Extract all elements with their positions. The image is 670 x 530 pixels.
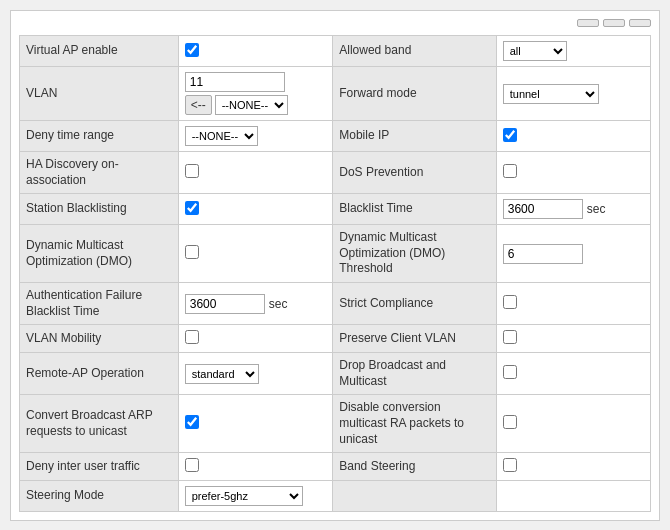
right-label-10: Band Steering [333,453,496,481]
header-buttons [577,19,651,27]
left-label-0: Virtual AP enable [20,36,179,67]
show-reference-button[interactable] [577,19,599,27]
left-value-1: <----NONE-- [178,67,333,121]
left-value-4 [178,194,333,225]
table-row: Steering Modeprefer-5ghzforce-5ghzprefer… [20,481,651,512]
right-checkbox-2[interactable] [503,128,517,142]
left-value-10 [178,453,333,481]
left-select-2[interactable]: --NONE-- [185,126,258,146]
table-row: Virtual AP enableAllowed bandall2.4GHz5G… [20,36,651,67]
left-label-1: VLAN [20,67,179,121]
reset-button[interactable] [629,19,651,27]
left-checkbox-4[interactable] [185,201,199,215]
table-row: VLAN<----NONE--Forward modetunnelbridges… [20,67,651,121]
right-value-3 [496,152,650,194]
left-label-10: Deny inter user traffic [20,453,179,481]
right-sec-label-4: sec [587,202,606,216]
table-row: HA Discovery on-associationDoS Preventio… [20,152,651,194]
form-table: Virtual AP enableAllowed bandall2.4GHz5G… [19,35,651,512]
left-value-5 [178,225,333,283]
left-label-6: Authentication Failure Blacklist Time [20,282,179,324]
right-value-1: tunnelbridgesplit-tunneldecrypt-tunnel [496,67,650,121]
left-value-8: standardalwaysbackuppersistent [178,353,333,395]
left-checkbox-5[interactable] [185,245,199,259]
left-label-9: Convert Broadcast ARP requests to unicas… [20,395,179,453]
left-sec-label-6: sec [269,297,288,311]
vlan-input[interactable] [185,72,285,92]
right-select-1[interactable]: tunnelbridgesplit-tunneldecrypt-tunnel [503,84,599,104]
right-label-9: Disable conversion multicast RA packets … [333,395,496,453]
right-checkbox-9[interactable] [503,415,517,429]
left-checkbox-3[interactable] [185,164,199,178]
table-row: VLAN MobilityPreserve Client VLAN [20,325,651,353]
right-label-3: DoS Prevention [333,152,496,194]
left-checkbox-7[interactable] [185,330,199,344]
right-value-10 [496,453,650,481]
left-label-8: Remote-AP Operation [20,353,179,395]
left-label-2: Deny time range [20,121,179,152]
right-checkbox-8[interactable] [503,365,517,379]
right-label-1: Forward mode [333,67,496,121]
right-checkbox-7[interactable] [503,330,517,344]
left-label-5: Dynamic Multicast Optimization (DMO) [20,225,179,283]
left-value-9 [178,395,333,453]
left-checkbox-9[interactable] [185,415,199,429]
left-label-7: VLAN Mobility [20,325,179,353]
right-label-0: Allowed band [333,36,496,67]
right-label-6: Strict Compliance [333,282,496,324]
right-value-0: all2.4GHz5GHz [496,36,650,67]
right-value-5 [496,225,650,283]
right-value-8 [496,353,650,395]
right-label-2: Mobile IP [333,121,496,152]
right-value-4: sec [496,194,650,225]
left-value-3 [178,152,333,194]
left-select-8[interactable]: standardalwaysbackuppersistent [185,364,259,384]
table-row: Station BlacklistingBlacklist Timesec [20,194,651,225]
left-checkbox-0[interactable] [185,43,199,57]
vlan-select[interactable]: --NONE-- [215,95,288,115]
table-row: Deny inter user trafficBand Steering [20,453,651,481]
left-select-11[interactable]: prefer-5ghzforce-5ghzprefer-higher-band [185,486,303,506]
left-label-3: HA Discovery on-association [20,152,179,194]
right-value-11 [496,481,650,512]
table-row: Authentication Failure Blacklist Timesec… [20,282,651,324]
left-input-6[interactable] [185,294,265,314]
left-value-2: --NONE-- [178,121,333,152]
right-value-7 [496,325,650,353]
page-container: Virtual AP enableAllowed bandall2.4GHz5G… [10,10,660,521]
right-label-8: Drop Broadcast and Multicast [333,353,496,395]
header [19,19,651,27]
right-label-11 [333,481,496,512]
right-label-4: Blacklist Time [333,194,496,225]
left-label-11: Steering Mode [20,481,179,512]
vlan-back-button[interactable]: <-- [185,95,212,115]
right-input-4[interactable] [503,199,583,219]
table-row: Convert Broadcast ARP requests to unicas… [20,395,651,453]
left-label-4: Station Blacklisting [20,194,179,225]
right-value-6 [496,282,650,324]
right-checkbox-10[interactable] [503,458,517,472]
table-row: Remote-AP Operationstandardalwaysbackupp… [20,353,651,395]
right-input-5[interactable] [503,244,583,264]
right-value-2 [496,121,650,152]
table-row: Dynamic Multicast Optimization (DMO)Dyna… [20,225,651,283]
right-checkbox-3[interactable] [503,164,517,178]
right-label-7: Preserve Client VLAN [333,325,496,353]
left-checkbox-10[interactable] [185,458,199,472]
right-select-0[interactable]: all2.4GHz5GHz [503,41,567,61]
left-value-7 [178,325,333,353]
left-value-6: sec [178,282,333,324]
save-as-button[interactable] [603,19,625,27]
right-label-5: Dynamic Multicast Optimization (DMO) Thr… [333,225,496,283]
table-row: Deny time range--NONE--Mobile IP [20,121,651,152]
right-checkbox-6[interactable] [503,295,517,309]
left-value-11: prefer-5ghzforce-5ghzprefer-higher-band [178,481,333,512]
right-value-9 [496,395,650,453]
left-value-0 [178,36,333,67]
